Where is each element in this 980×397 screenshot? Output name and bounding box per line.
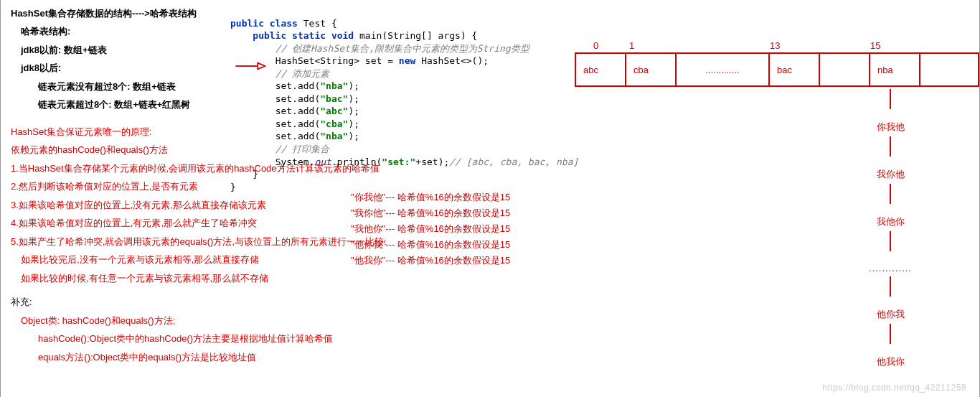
list-node: 他我你 [869,355,912,368]
supplement-title: 补充: [11,295,979,309]
list-node: 你我他 [869,121,912,134]
bucket-cell: bac [770,54,820,85]
hashcode-line: hashCode():Object类中的hashCode()方法主要是根据地址值… [38,332,979,346]
bucket-index: 13 [768,40,819,51]
code-block: public class Test { public static void m… [230,4,578,193]
bucket-cell: abc [576,54,626,85]
list-dots: ............. [869,263,912,274]
obj-line: Object类: hashCode()和equals()方法; [21,314,979,328]
linked-list: 你我他 我你他 我他你 ............. 他你我 他我你 [869,86,912,368]
step-5b: 如果比较的时候,有任意一个元素与该元素相等,那么就不存储 [21,271,979,286]
bucket-index: 0 [575,40,625,51]
arrow-icon [235,60,266,72]
list-node: 我他你 [869,215,912,228]
watermark: https://blog.csdn.net/qq_42211258 [822,383,966,393]
bucket-cell [820,54,870,85]
hash-row: "你我他"--- 哈希值%16的余数假设是15 [351,191,510,204]
svg-marker-1 [258,63,265,70]
bucket-cell-dots: ............. [677,54,770,85]
bucket-cell: nba [870,54,920,85]
hash-row: "他我你"--- 哈希值%16的余数假设是15 [351,254,510,267]
hash-row: "他你我"--- 哈希值%16的余数假设是15 [351,238,510,251]
bucket-index: 15 [869,40,919,51]
hash-row: "我他你"--- 哈希值%16的余数假设是15 [351,223,510,235]
hash-row: "我你他"--- 哈希值%16的余数假设是15 [351,207,510,220]
list-node: 他你我 [869,308,912,321]
hash-table-diagram: 0 1 13 15 abc cba ............. bac nba [575,40,979,87]
list-node: 我你他 [869,168,912,181]
bucket-cell [920,54,978,85]
bucket-index: 1 [625,40,675,51]
hash-examples: "你我他"--- 哈希值%16的余数假设是15 "我你他"--- 哈希值%16的… [351,191,510,270]
equals-line: equals方法():Object类中的equals()方法是比较地址值 [38,350,979,365]
bucket-cell: cba [626,54,677,85]
